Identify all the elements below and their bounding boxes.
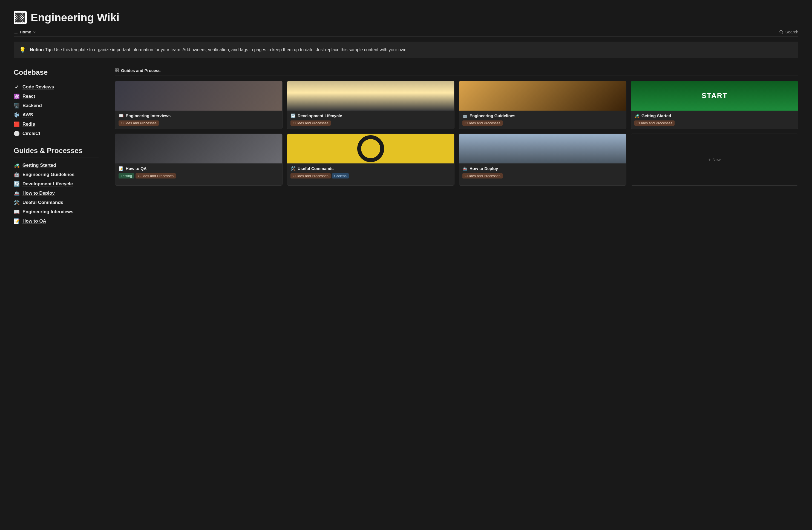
- card-icon: 🤖: [462, 113, 468, 118]
- card-icon: 🔄: [290, 113, 296, 118]
- card-body: 📝How to QATestingGuides and Processes: [115, 163, 282, 182]
- gallery-header[interactable]: Guides and Process: [115, 68, 798, 76]
- sidebar-item[interactable]: 📖Engineering Interviews: [14, 207, 99, 217]
- svg-point-0: [14, 31, 15, 31]
- svg-rect-10: [115, 71, 117, 72]
- sidebar-list: 🚜Getting Started🤖Engineering Guidelines🔄…: [14, 161, 99, 226]
- sidebar-item[interactable]: ❄️AWS: [14, 110, 99, 120]
- search-icon: [779, 30, 784, 34]
- card-title-row: 🤖Engineering Guidelines: [462, 113, 623, 118]
- sidebar-item[interactable]: 📝How to QA: [14, 217, 99, 226]
- card-body: 🚜Getting StartedGuides and Processes: [631, 111, 798, 129]
- search-button[interactable]: Search: [779, 30, 798, 34]
- gallery-card[interactable]: 🚢How to DeployGuides and Processes: [459, 133, 626, 186]
- sidebar-item-icon: ✓: [14, 84, 20, 90]
- sidebar-item-icon: 🖥️: [14, 103, 20, 109]
- sidebar-item-icon: ⚪: [14, 131, 20, 137]
- sidebar-item-label: Useful Commands: [23, 200, 63, 205]
- svg-point-6: [780, 30, 782, 33]
- card-cover: [115, 81, 282, 111]
- gallery-card[interactable]: 🔄Development LifecycleGuides and Process…: [287, 81, 454, 129]
- tag: Guides and Processes: [634, 120, 675, 126]
- sidebar-heading: Codebase: [14, 68, 99, 79]
- sidebar-item[interactable]: 🚢How to Deploy: [14, 189, 99, 198]
- card-icon: 🚢: [462, 166, 468, 171]
- card-tags: Guides and Processes: [634, 120, 795, 126]
- sidebar-item[interactable]: 🤖Engineering Guidelines: [14, 170, 99, 179]
- sidebar-item[interactable]: 🔄Development Lifecycle: [14, 179, 99, 189]
- card-title: Engineering Interviews: [126, 113, 171, 118]
- sidebar-item[interactable]: ⚪CircleCI: [14, 129, 99, 138]
- gallery-card[interactable]: 🛠️Useful CommandsGuides and ProcessesCod…: [287, 133, 454, 186]
- sidebar-item[interactable]: 🚜Getting Started: [14, 161, 99, 170]
- sidebar-item-icon: 🚜: [14, 162, 20, 168]
- toolbar: Home Search: [14, 30, 798, 37]
- sidebar-item-label: Engineering Guidelines: [23, 172, 74, 177]
- sidebar-item-icon: 🤖: [14, 172, 20, 178]
- sidebar-item-label: Code Reviews: [23, 84, 54, 90]
- tag: Guides and Processes: [290, 173, 331, 178]
- sidebar-item[interactable]: ⚛️React: [14, 92, 99, 101]
- list-icon: [14, 30, 18, 34]
- sidebar-item-icon: ⚛️: [14, 94, 20, 99]
- lightbulb-icon: 💡: [19, 46, 26, 53]
- callout-body: Use this template to organize important …: [54, 47, 408, 52]
- card-tags: Guides and Processes: [290, 120, 451, 126]
- sidebar-item-label: AWS: [23, 112, 33, 118]
- sidebar-item-icon: 🔄: [14, 181, 20, 187]
- gallery: 📖Engineering InterviewsGuides and Proces…: [115, 81, 798, 186]
- sidebar-item-label: How to QA: [23, 218, 46, 224]
- chevron-down-icon: [33, 31, 35, 33]
- gallery-card[interactable]: 🚜Getting StartedGuides and Processes: [631, 81, 798, 129]
- sidebar-item[interactable]: ✓Code Reviews: [14, 82, 99, 92]
- gallery-new-card[interactable]: +New: [631, 133, 798, 186]
- svg-rect-5: [15, 33, 17, 33]
- view-tab-home[interactable]: Home: [14, 30, 35, 34]
- page-title: Engineering Wiki: [31, 12, 119, 24]
- card-cover: [115, 134, 282, 163]
- sidebar-item[interactable]: 🖥️Backend: [14, 101, 99, 110]
- gallery-card[interactable]: 📖Engineering InterviewsGuides and Proces…: [115, 81, 282, 129]
- sidebar-item-icon: 📖: [14, 209, 20, 215]
- svg-rect-9: [117, 69, 118, 70]
- plus-icon: +: [709, 157, 711, 162]
- callout-bold: Notion Tip:: [30, 47, 53, 52]
- sidebar-item-label: Development Lifecycle: [23, 181, 73, 187]
- card-tags: Guides and Processes: [118, 120, 279, 126]
- page-header: Engineering Wiki: [14, 11, 798, 24]
- sidebar-item-label: Redis: [23, 121, 35, 127]
- svg-rect-8: [115, 69, 117, 70]
- tag: Guides and Processes: [462, 173, 503, 178]
- card-cover: [459, 81, 626, 111]
- view-tab-label: Home: [20, 30, 31, 34]
- svg-point-4: [14, 33, 15, 33]
- card-tags: Guides and Processes: [462, 173, 623, 178]
- svg-rect-3: [15, 32, 17, 32]
- sidebar-item-label: Backend: [23, 103, 42, 109]
- sidebar-item[interactable]: 🛠️Useful Commands: [14, 198, 99, 207]
- main: Guides and Process 📖Engineering Intervie…: [115, 68, 798, 186]
- card-cover: [459, 134, 626, 163]
- card-title-row: 📝How to QA: [118, 166, 279, 171]
- gallery-card[interactable]: 🤖Engineering GuidelinesGuides and Proces…: [459, 81, 626, 129]
- svg-point-2: [14, 32, 15, 32]
- card-title-row: 🔄Development Lifecycle: [290, 113, 451, 118]
- svg-rect-11: [117, 71, 118, 72]
- sidebar-item[interactable]: 🟥Redis: [14, 120, 99, 129]
- sidebar-item-icon: 📝: [14, 218, 20, 224]
- card-body: 🤖Engineering GuidelinesGuides and Proces…: [459, 111, 626, 129]
- card-title: Development Lifecycle: [298, 113, 342, 118]
- card-cover: [631, 81, 798, 111]
- sidebar-item-label: React: [23, 94, 35, 99]
- sidebar-item-label: CircleCI: [23, 131, 40, 136]
- card-title: Getting Started: [641, 113, 671, 118]
- sidebar-item-label: Engineering Interviews: [23, 209, 73, 215]
- gallery-card[interactable]: 📝How to QATestingGuides and Processes: [115, 133, 282, 186]
- new-label: New: [712, 157, 721, 162]
- sidebar: Codebase✓Code Reviews⚛️React🖥️Backend❄️A…: [14, 68, 99, 234]
- card-icon: 📖: [118, 113, 124, 118]
- card-tags: Guides and ProcessesCodeba: [290, 173, 451, 178]
- card-icon: 📝: [118, 166, 124, 171]
- card-icon: 🚜: [634, 113, 639, 118]
- card-body: 🛠️Useful CommandsGuides and ProcessesCod…: [287, 163, 454, 182]
